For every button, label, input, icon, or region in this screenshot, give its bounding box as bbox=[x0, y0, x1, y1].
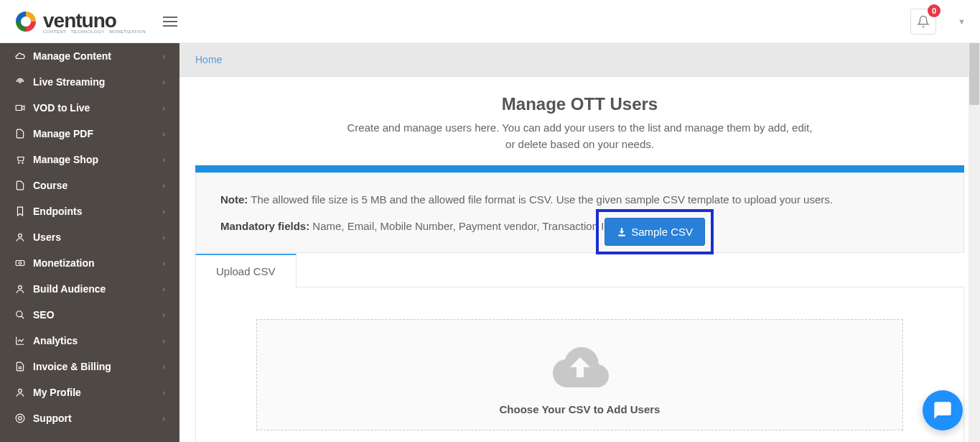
mandatory-fields-text: Mandatory fields: Name, Email, Mobile Nu… bbox=[220, 220, 939, 232]
signal-icon bbox=[14, 77, 26, 87]
svg-point-10 bbox=[19, 389, 22, 392]
sidebar-item-label: Build Audience bbox=[33, 283, 106, 295]
sidebar-item-label: Analytics bbox=[33, 335, 78, 346]
video-icon bbox=[14, 103, 26, 113]
sidebar-item-label: Course bbox=[33, 180, 67, 191]
page-subtitle: Create and manage users here. You can ad… bbox=[347, 120, 813, 152]
svg-point-8 bbox=[19, 285, 22, 289]
sidebar-item-label: Manage Shop bbox=[33, 154, 98, 165]
chevron-right-icon: › bbox=[162, 414, 165, 423]
sidebar-item-course[interactable]: Course› bbox=[0, 172, 179, 198]
breadcrumb: Home bbox=[179, 43, 980, 77]
chat-icon bbox=[933, 400, 953, 420]
svg-point-4 bbox=[22, 162, 23, 163]
sidebar-item-label: SEO bbox=[33, 309, 55, 321]
cloud-upload-icon bbox=[549, 341, 612, 393]
sidebar-item-label: Live Streaming bbox=[33, 76, 105, 88]
svg-point-3 bbox=[19, 162, 19, 163]
chevron-right-icon: › bbox=[162, 310, 165, 319]
sidebar-item-manage-content[interactable]: Manage Content› bbox=[0, 43, 179, 69]
logo-icon bbox=[14, 10, 37, 33]
chevron-right-icon: › bbox=[162, 181, 165, 190]
chevron-right-icon: › bbox=[162, 207, 165, 216]
chevron-right-icon: › bbox=[162, 336, 165, 345]
sidebar-item-build-audience[interactable]: Build Audience› bbox=[0, 276, 179, 302]
sample-csv-button[interactable]: Sample CSV bbox=[605, 218, 705, 246]
menu-toggle-button[interactable] bbox=[163, 17, 177, 27]
chevron-right-icon: › bbox=[162, 78, 165, 86]
tab-upload-csv[interactable]: Upload CSV bbox=[195, 254, 297, 287]
sidebar-item-label: Monetization bbox=[33, 257, 95, 269]
sidebar-item-analytics[interactable]: Analytics› bbox=[0, 328, 179, 354]
life-icon bbox=[14, 413, 26, 423]
sidebar-item-endpoints[interactable]: Endpoints› bbox=[0, 198, 179, 224]
chevron-right-icon: › bbox=[162, 388, 165, 397]
upload-panel: Choose Your CSV to Add Users bbox=[195, 287, 964, 442]
chevron-right-icon: › bbox=[162, 155, 165, 164]
svg-rect-6 bbox=[16, 261, 24, 266]
csv-dropzone[interactable]: Choose Your CSV to Add Users bbox=[256, 319, 903, 431]
file-icon bbox=[14, 180, 26, 190]
caret-down-icon: ▼ bbox=[958, 17, 966, 26]
info-panel: Note: The allowed file size is 5 MB and … bbox=[195, 172, 964, 253]
dropzone-text: Choose Your CSV to Add Users bbox=[257, 403, 902, 415]
chart-icon bbox=[14, 336, 26, 346]
sidebar-item-vod-to-live[interactable]: VOD to Live› bbox=[0, 95, 179, 121]
svg-point-1 bbox=[19, 81, 21, 83]
user-icon bbox=[14, 387, 26, 397]
header: ventuno CONTENT · TECHNOLOGY · MONETIZAT… bbox=[0, 0, 980, 43]
download-icon bbox=[617, 227, 627, 237]
main-content: Home Manage OTT Users Create and manage … bbox=[179, 43, 980, 442]
notifications-button[interactable]: 0 bbox=[910, 9, 936, 34]
sidebar-item-label: My Profile bbox=[33, 387, 81, 398]
sidebar-item-invoice-billing[interactable]: Invoice & Billing› bbox=[0, 354, 179, 379]
chevron-right-icon: › bbox=[162, 233, 165, 241]
sidebar-item-seo[interactable]: SEO› bbox=[0, 302, 179, 328]
svg-point-11 bbox=[16, 414, 24, 423]
sidebar-item-manage-pdf[interactable]: Manage PDF› bbox=[0, 121, 179, 147]
bell-icon bbox=[917, 15, 930, 28]
svg-point-0 bbox=[21, 17, 31, 27]
scrollbar[interactable]: ▲ bbox=[969, 0, 980, 442]
svg-rect-2 bbox=[16, 106, 22, 111]
logo[interactable]: ventuno CONTENT · TECHNOLOGY · MONETIZAT… bbox=[14, 9, 146, 34]
user-menu-button[interactable]: ▼ bbox=[958, 17, 966, 26]
sidebar-item-label: Support bbox=[33, 413, 72, 424]
svg-point-9 bbox=[17, 311, 22, 317]
sidebar-item-live-streaming[interactable]: Live Streaming› bbox=[0, 69, 179, 95]
section-divider bbox=[195, 165, 964, 172]
doc-icon bbox=[14, 362, 26, 372]
sidebar-item-label: Users bbox=[33, 231, 61, 243]
user-icon bbox=[14, 232, 26, 242]
sidebar-item-label: Endpoints bbox=[33, 206, 82, 217]
search-icon bbox=[14, 310, 26, 320]
cart-icon bbox=[14, 155, 26, 165]
page-title: Manage OTT Users bbox=[194, 94, 966, 114]
chevron-right-icon: › bbox=[162, 362, 165, 371]
sidebar-item-label: Invoice & Billing bbox=[33, 361, 111, 372]
chevron-right-icon: › bbox=[162, 129, 165, 138]
sidebar-item-users[interactable]: Users› bbox=[0, 224, 179, 250]
sidebar: Manage Content›Live Streaming›VOD to Liv… bbox=[0, 43, 179, 442]
chevron-right-icon: › bbox=[162, 52, 165, 60]
cloud-icon bbox=[14, 51, 26, 61]
chat-widget-button[interactable] bbox=[923, 390, 963, 431]
sidebar-item-label: Manage Content bbox=[33, 50, 111, 62]
svg-point-12 bbox=[19, 417, 22, 420]
breadcrumb-home-link[interactable]: Home bbox=[195, 54, 222, 65]
sidebar-item-manage-shop[interactable]: Manage Shop› bbox=[0, 147, 179, 172]
sidebar-item-label: Manage PDF bbox=[33, 128, 93, 139]
logo-tagline: CONTENT · TECHNOLOGY · MONETIZATION bbox=[43, 29, 146, 34]
sidebar-item-support[interactable]: Support› bbox=[0, 405, 179, 431]
tabs: Upload CSV bbox=[195, 253, 964, 287]
svg-point-5 bbox=[19, 234, 22, 237]
svg-point-7 bbox=[19, 262, 22, 264]
user-icon bbox=[14, 284, 26, 294]
chevron-right-icon: › bbox=[162, 285, 165, 293]
sample-csv-highlight: Sample CSV bbox=[596, 209, 714, 254]
money-icon bbox=[14, 258, 26, 268]
sidebar-item-monetization[interactable]: Monetization› bbox=[0, 250, 179, 276]
sidebar-item-my-profile[interactable]: My Profile› bbox=[0, 379, 179, 405]
note-text: Note: The allowed file size is 5 MB and … bbox=[220, 193, 939, 206]
bookmark-icon bbox=[14, 206, 26, 216]
